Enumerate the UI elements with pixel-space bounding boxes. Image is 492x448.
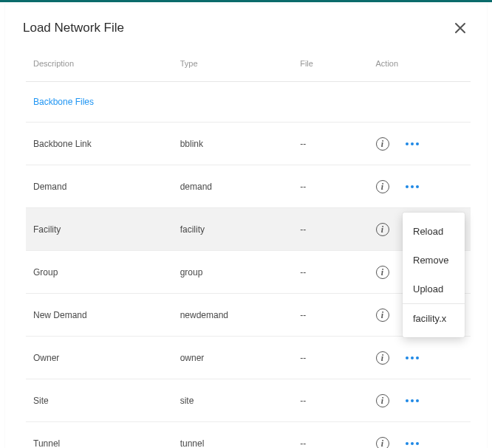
section-backbone-files[interactable]: Backbone Files xyxy=(26,82,471,123)
info-icon: i xyxy=(381,225,383,234)
col-file: File xyxy=(293,50,368,82)
table-row: Demand demand -- i xyxy=(26,165,471,208)
info-icon: i xyxy=(381,354,383,362)
cell-description: Owner xyxy=(26,337,173,379)
cell-file: -- xyxy=(293,294,368,337)
more-actions-button[interactable] xyxy=(404,395,420,407)
cell-type: group xyxy=(173,251,293,294)
cell-action: i xyxy=(369,379,471,422)
cell-description: Demand xyxy=(26,165,173,208)
cell-action: i xyxy=(369,165,471,208)
info-button[interactable]: i xyxy=(376,394,389,407)
cell-action: i xyxy=(369,337,471,379)
table-row: Backbone Link bblink -- i xyxy=(26,123,471,165)
cell-file: -- xyxy=(293,422,368,449)
close-button[interactable] xyxy=(451,19,469,37)
section-label: Backbone Files xyxy=(26,82,471,123)
more-actions-button[interactable] xyxy=(404,438,420,449)
info-icon: i xyxy=(381,182,383,191)
row-action-menu: Reload Remove Upload facility.x xyxy=(403,213,465,337)
cell-action: i xyxy=(369,422,471,449)
table-row: Site site -- i xyxy=(26,379,471,422)
cell-type: newdemand xyxy=(173,294,293,337)
info-icon: i xyxy=(381,439,383,448)
more-actions-button[interactable] xyxy=(404,352,420,364)
app-frame: Load Network File Description Type File … xyxy=(0,0,492,448)
info-button[interactable]: i xyxy=(376,223,389,236)
info-button[interactable]: i xyxy=(376,309,389,322)
row-actions: i xyxy=(376,137,463,151)
info-button[interactable]: i xyxy=(376,351,389,365)
cell-file: -- xyxy=(293,337,368,379)
more-actions-button[interactable] xyxy=(404,138,420,150)
cell-type: tunnel xyxy=(173,422,293,449)
cell-file: -- xyxy=(293,123,368,165)
row-actions: i xyxy=(376,394,463,407)
dialog-title: Load Network File xyxy=(23,21,124,35)
cell-file: -- xyxy=(293,208,368,251)
info-icon: i xyxy=(381,139,383,148)
dialog-header: Load Network File xyxy=(5,4,487,43)
col-description: Description xyxy=(26,50,173,82)
info-button[interactable]: i xyxy=(376,180,389,193)
info-icon: i xyxy=(381,268,383,277)
col-action: Action xyxy=(369,50,471,82)
cell-description: Tunnel xyxy=(26,422,173,449)
col-type: Type xyxy=(173,50,293,82)
cell-type: owner xyxy=(173,337,293,379)
info-icon: i xyxy=(381,311,383,320)
info-button[interactable]: i xyxy=(376,137,389,151)
table-row: Tunnel tunnel -- i xyxy=(26,422,471,449)
cell-description: Group xyxy=(26,251,173,294)
table-header-row: Description Type File Action xyxy=(26,50,471,82)
menu-item-remove[interactable]: Remove xyxy=(403,246,465,275)
cell-file: -- xyxy=(293,251,368,294)
cell-file: -- xyxy=(293,165,368,208)
row-actions: i xyxy=(376,351,463,365)
menu-item-upload[interactable]: Upload xyxy=(403,275,465,303)
close-icon xyxy=(454,22,466,34)
menu-item-reload[interactable]: Reload xyxy=(403,217,465,246)
row-actions: i xyxy=(376,437,463,449)
info-button[interactable]: i xyxy=(376,437,389,449)
cell-type: bblink xyxy=(173,123,293,165)
info-button[interactable]: i xyxy=(376,266,389,279)
table-row: Owner owner -- i xyxy=(26,337,471,379)
cell-action: i xyxy=(369,123,471,165)
cell-description: Site xyxy=(26,379,173,422)
more-actions-button[interactable] xyxy=(404,181,420,193)
cell-description: Backbone Link xyxy=(26,123,173,165)
info-icon: i xyxy=(381,396,383,405)
cell-file: -- xyxy=(293,379,368,422)
cell-description: Facility xyxy=(26,208,173,251)
row-actions: i xyxy=(376,180,463,193)
cell-type: demand xyxy=(173,165,293,208)
cell-type: facility xyxy=(173,208,293,251)
load-network-file-dialog: Load Network File Description Type File … xyxy=(5,4,487,448)
menu-item-file[interactable]: facility.x xyxy=(403,304,465,333)
cell-description: New Demand xyxy=(26,294,173,337)
cell-type: site xyxy=(173,379,293,422)
